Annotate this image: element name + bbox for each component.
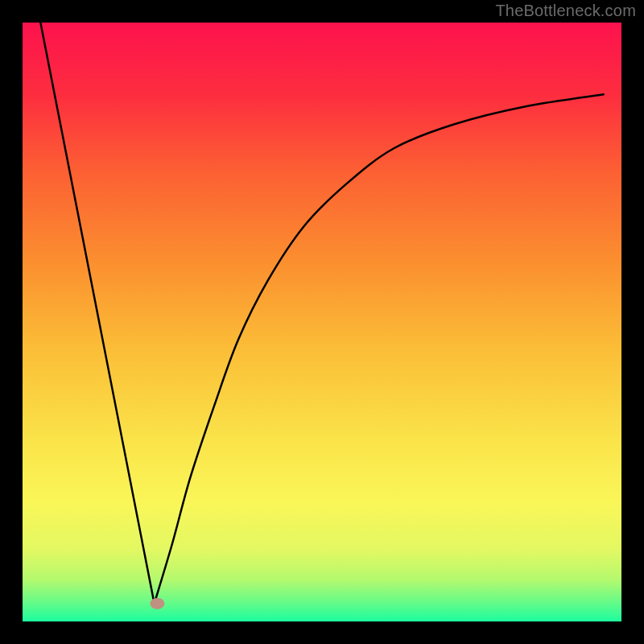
bottleneck-chart (0, 0, 644, 644)
chart-frame: TheBottleneck.com (0, 0, 644, 644)
plot-background (23, 23, 621, 621)
optimum-marker (150, 598, 164, 609)
watermark-text: TheBottleneck.com (495, 2, 636, 20)
